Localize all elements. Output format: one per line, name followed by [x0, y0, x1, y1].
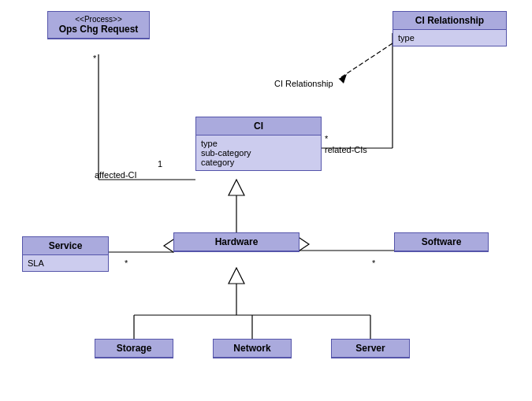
svg-line-2 [339, 43, 392, 79]
server-box: Server [331, 339, 410, 358]
multiplicity-star-ops: * [93, 54, 96, 63]
network-title: Network [233, 343, 270, 354]
software-title: Software [422, 236, 462, 247]
ci-title: CI [254, 121, 263, 132]
hardware-title: Hardware [215, 236, 259, 247]
storage-title: Storage [117, 343, 152, 354]
svg-marker-3 [339, 74, 347, 84]
affected-ci-label: affected-CI [95, 170, 137, 180]
multiplicity-1-ci: 1 [158, 159, 162, 169]
ci-attr-subcategory: sub-category [201, 148, 316, 158]
service-box: Service SLA [22, 236, 109, 272]
ci-attr-category: category [201, 158, 316, 167]
ops-chg-title: Ops Chg Request [59, 24, 139, 35]
ci-relationship-title: CI Relationship [415, 15, 484, 26]
storage-box: Storage [95, 339, 173, 358]
network-box: Network [213, 339, 292, 358]
related-cis-label: related-CIs [325, 145, 367, 154]
ci-attr-type: type [201, 139, 316, 148]
ops-chg-request-box: <<Process>> Ops Chg Request [47, 11, 150, 39]
ci-relationship-box: CI Relationship type [392, 11, 507, 46]
server-title: Server [355, 343, 385, 354]
software-box: Software [394, 232, 489, 252]
service-attr-sla: SLA [28, 258, 103, 268]
ci-relationship-attr-type: type [398, 33, 501, 43]
svg-marker-17 [229, 268, 244, 284]
multiplicity-star-service: * [125, 258, 128, 268]
service-title: Service [49, 240, 83, 251]
ci-relationship-conn-label: CI Relationship [274, 79, 333, 88]
ops-chg-stereotype: <<Process>> [53, 15, 144, 24]
svg-marker-7 [229, 180, 244, 195]
multiplicity-star-software: * [372, 258, 375, 268]
hardware-box: Hardware [173, 232, 299, 252]
multiplicity-star-related: * [325, 134, 328, 143]
uml-diagram: <<Process>> Ops Chg Request CI Relations… [0, 0, 532, 401]
ci-box: CI type sub-category category [195, 117, 322, 171]
